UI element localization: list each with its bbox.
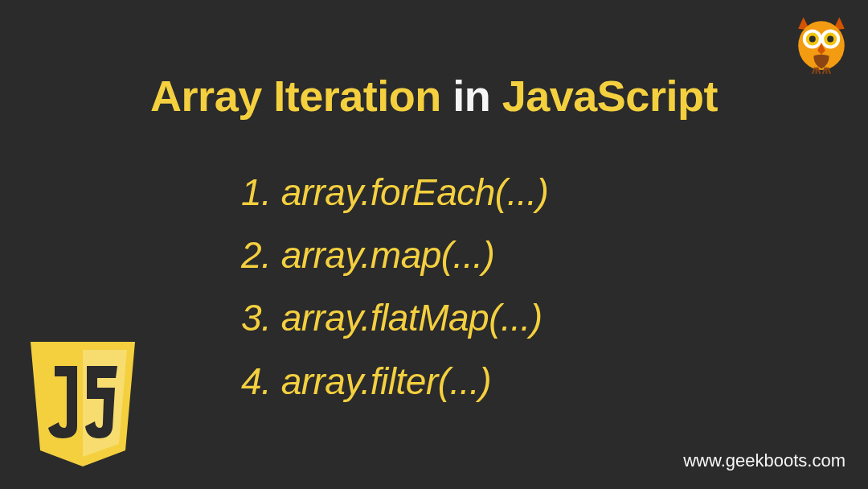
list-item: 4. array.filter(...): [241, 350, 548, 413]
list-item: 1. array.forEach(...): [241, 161, 548, 224]
svg-point-6: [827, 36, 833, 43]
page-title: Array Iteration in JavaScript: [150, 71, 718, 121]
title-highlight-1: Array Iteration: [150, 72, 441, 120]
javascript-logo-icon: [23, 338, 143, 475]
list-item: 2. array.map(...): [241, 224, 548, 286]
method-list: 1. array.forEach(...) 2. array.map(...) …: [241, 161, 548, 413]
list-item: 3. array.flatMap(...): [241, 286, 548, 349]
footer-url: www.geekboots.com: [683, 450, 845, 471]
title-highlight-2: JavaScript: [502, 72, 718, 120]
svg-point-5: [809, 36, 816, 43]
owl-logo-icon: [789, 12, 854, 76]
title-normal: in: [441, 72, 502, 120]
